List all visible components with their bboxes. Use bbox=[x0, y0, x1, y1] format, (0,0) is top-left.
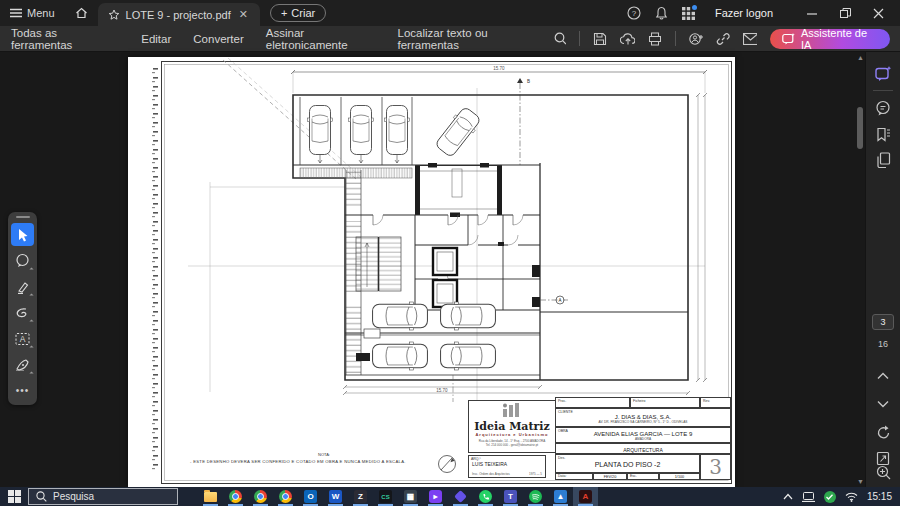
comment-bubble-icon bbox=[15, 253, 30, 268]
taskbar-media-app[interactable]: ▸ bbox=[423, 487, 448, 506]
create-button[interactable]: + Criar bbox=[270, 4, 326, 22]
architect-reg: Insc. Ordem dos Arquitectos bbox=[472, 472, 510, 476]
scrollbar-thumb[interactable] bbox=[857, 107, 863, 149]
palette-drag-handle[interactable] bbox=[16, 216, 30, 218]
taskbar-spotify[interactable] bbox=[523, 487, 548, 506]
email-icon[interactable] bbox=[743, 33, 758, 45]
taskbar-outlook[interactable]: O bbox=[298, 487, 323, 506]
windows-taskbar: Pesquisa O W Z CS ▦ ▸ T ▲ A 15:15 bbox=[0, 487, 900, 506]
tab-all-tools[interactable]: Todas as ferramentas bbox=[0, 27, 130, 51]
chevron-down-icon bbox=[877, 400, 889, 408]
text-box-icon: A bbox=[15, 332, 30, 346]
taskbar-file-explorer[interactable] bbox=[198, 487, 223, 506]
notifications-button[interactable] bbox=[655, 6, 668, 20]
logo-subtitle: Arquitectura e Urbanismo bbox=[469, 432, 555, 437]
restore-icon[interactable] bbox=[840, 8, 851, 19]
architect-reg-num: 1975 — 5 bbox=[529, 472, 542, 476]
pdf-page[interactable]: 15.70 B bbox=[128, 57, 735, 487]
start-button[interactable] bbox=[0, 487, 28, 506]
fill-sign-tool[interactable] bbox=[11, 353, 34, 376]
apps-button[interactable] bbox=[682, 7, 695, 20]
rotate-page-button[interactable] bbox=[870, 420, 896, 444]
pages-panel-button[interactable] bbox=[870, 148, 896, 172]
comments-icon bbox=[875, 100, 891, 116]
search-label: Localizar texto ou ferramentas bbox=[398, 27, 548, 51]
antivirus-tray-icon[interactable] bbox=[824, 491, 836, 503]
taskbar-app-z[interactable]: Z bbox=[348, 487, 373, 506]
taskbar-search-box[interactable]: Pesquisa bbox=[28, 488, 178, 505]
tab-close-icon[interactable]: ✕ bbox=[237, 8, 250, 21]
add-text-tool[interactable]: A bbox=[11, 327, 34, 350]
save-icon[interactable] bbox=[593, 32, 607, 46]
cloud-upload-icon[interactable] bbox=[620, 32, 636, 46]
link-icon[interactable] bbox=[716, 32, 730, 46]
scroll-down-icon[interactable]: ▼ bbox=[856, 478, 865, 485]
logo-address-2: Tel. 214 000 000 - geral@ideiamatriz.pt bbox=[469, 443, 555, 447]
comments-panel-button[interactable] bbox=[870, 96, 896, 120]
taskbar-teams[interactable]: T bbox=[498, 487, 523, 506]
previous-page-button[interactable] bbox=[870, 364, 896, 388]
document-scrollbar[interactable]: ▲ ▼ bbox=[856, 52, 865, 487]
bookmark-icon bbox=[875, 127, 891, 142]
close-icon[interactable] bbox=[873, 8, 884, 19]
device-icon[interactable] bbox=[802, 492, 815, 502]
scale-label: Esc. bbox=[630, 474, 637, 478]
scale-value: 1/100 bbox=[660, 475, 699, 479]
folder-icon bbox=[204, 492, 217, 502]
cs-app-icon: CS bbox=[379, 490, 392, 503]
dim-label-bottom: 15.70 bbox=[436, 388, 448, 393]
taskbar-whatsapp[interactable] bbox=[473, 487, 498, 506]
request-signature-icon[interactable] bbox=[689, 32, 704, 46]
titlebar: Menu LOTE 9 - projecto.pdf ✕ + Criar ? F… bbox=[0, 0, 900, 26]
project-label: OBRA bbox=[558, 429, 568, 433]
minimize-icon[interactable] bbox=[807, 8, 818, 19]
toolbar: Todas as ferramentas Editar Converter As… bbox=[0, 26, 900, 52]
print-icon[interactable] bbox=[648, 32, 662, 46]
highlight-tool[interactable] bbox=[11, 275, 34, 298]
tab-edit[interactable]: Editar bbox=[130, 33, 182, 45]
windows-logo-icon bbox=[8, 490, 21, 503]
taskbar-diamond-app[interactable] bbox=[448, 487, 473, 506]
clock[interactable]: 15:15 bbox=[867, 491, 892, 502]
add-comment-tool[interactable] bbox=[11, 249, 34, 272]
taskbar-acrobat[interactable]: A bbox=[573, 487, 598, 506]
signin-button[interactable]: Fazer logon bbox=[715, 7, 773, 19]
scroll-up-icon[interactable]: ▲ bbox=[856, 54, 865, 61]
draw-tool[interactable] bbox=[11, 301, 34, 324]
current-page-input[interactable]: 3 bbox=[872, 314, 894, 330]
bookmarks-panel-button[interactable] bbox=[870, 122, 896, 146]
document-tab[interactable]: LOTE 9 - projecto.pdf ✕ bbox=[98, 3, 260, 26]
word-icon: W bbox=[329, 490, 342, 503]
toolbar-separator bbox=[675, 31, 676, 46]
ai-assistant-panel-button[interactable] bbox=[870, 62, 896, 86]
home-icon bbox=[75, 7, 88, 19]
taskbar-word[interactable]: W bbox=[323, 487, 348, 506]
tab-esign[interactable]: Assinar eletronicamente bbox=[255, 27, 398, 51]
taskbar-chrome-2[interactable] bbox=[248, 487, 273, 506]
client-label: CLIENTE bbox=[558, 410, 573, 414]
z-app-icon: Z bbox=[354, 490, 367, 503]
taskbar-app-cs[interactable]: CS bbox=[373, 487, 398, 506]
next-page-button[interactable] bbox=[870, 392, 896, 416]
tab-convert[interactable]: Converter bbox=[182, 33, 255, 45]
zoom-in-button[interactable] bbox=[870, 460, 896, 484]
tray-expand-icon[interactable] bbox=[783, 493, 793, 500]
sheet-label: Des. bbox=[558, 456, 565, 460]
taskbar-chrome-1[interactable] bbox=[223, 487, 248, 506]
taskbar-calculator[interactable]: ▦ bbox=[398, 487, 423, 506]
architect-box: ARQ.º LUIS TEIXEIRA Insc. Ordem dos Arqu… bbox=[468, 455, 546, 478]
select-tool[interactable] bbox=[11, 223, 34, 246]
taskbar-chrome-3[interactable] bbox=[273, 487, 298, 506]
search-button[interactable]: Localizar texto ou ferramentas bbox=[398, 27, 567, 51]
help-button[interactable]: ? bbox=[627, 6, 641, 20]
more-tools-button[interactable]: ••• bbox=[11, 379, 34, 402]
menu-button[interactable]: Menu bbox=[0, 0, 65, 26]
chrome-icon bbox=[254, 490, 267, 503]
photos-icon: ▲ bbox=[554, 490, 567, 503]
taskbar-photos[interactable]: ▲ bbox=[548, 487, 573, 506]
ai-assistant-button[interactable]: Assistente de IA bbox=[770, 29, 890, 49]
wifi-icon[interactable] bbox=[845, 492, 858, 502]
home-button[interactable] bbox=[65, 0, 98, 26]
titleblock-rev-label: Rev. bbox=[703, 399, 710, 403]
notification-dot bbox=[692, 5, 697, 10]
